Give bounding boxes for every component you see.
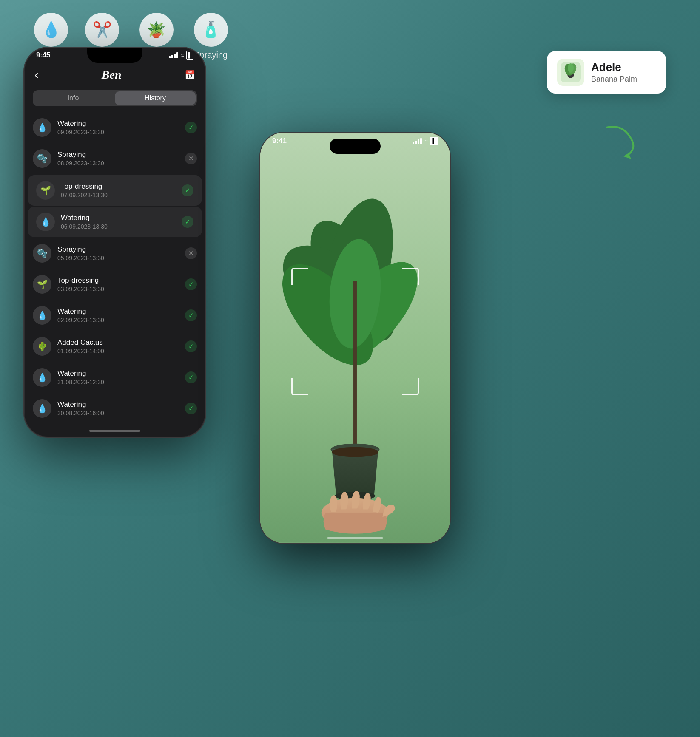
- tab-history[interactable]: History: [115, 91, 196, 105]
- wifi-icon-right: ≈: [424, 138, 427, 145]
- status-time-left: 9:45: [36, 51, 50, 60]
- tab-info[interactable]: Info: [33, 90, 114, 106]
- item-date-4: 06.09.2023-13:30: [61, 223, 176, 230]
- seedling-icon: 🌱: [40, 185, 51, 196]
- history-item-6[interactable]: 🌱 Top-dressing 03.09.2023-13:30 ✓: [24, 269, 205, 300]
- item-icon-topdressing-2: 🌱: [33, 275, 51, 294]
- item-text-2: Spraying 08.09.2023-13:30: [57, 150, 179, 167]
- watering-drop-icon: 💧: [37, 122, 48, 133]
- item-title-7: Watering: [57, 307, 179, 316]
- tab-bar: Info History: [33, 90, 197, 106]
- cactus-icon: 🌵: [37, 341, 48, 351]
- corner-br: [402, 378, 419, 395]
- camera-frame: [291, 268, 419, 395]
- item-icon-watering-4: 💧: [33, 368, 51, 387]
- history-item-7[interactable]: 💧 Watering 02.09.2023-13:30 ✓: [24, 300, 205, 331]
- back-button[interactable]: ‹: [34, 68, 38, 82]
- item-check-4: ✓: [182, 216, 193, 228]
- item-check-1: ✓: [185, 122, 197, 133]
- history-list: 💧 Watering 09.09.2023-13:30 ✓ 🫧 Spraying…: [24, 112, 205, 420]
- battery-icon: ▌: [186, 51, 193, 60]
- spraying-icon: 🧴: [201, 21, 220, 39]
- item-date-10: 30.08.2023-16:00: [57, 410, 179, 417]
- item-date-7: 02.09.2023-13:30: [57, 317, 179, 323]
- item-check-2: ✕: [185, 153, 197, 164]
- breeding-icon-circle: ✂️: [85, 13, 119, 47]
- item-text-4: Watering 06.09.2023-13:30: [61, 214, 176, 230]
- watering-icon-circle: 💧: [34, 13, 68, 47]
- item-title-9: Watering: [57, 369, 179, 378]
- history-item-5[interactable]: 🫧 Spraying 05.09.2023-13:30 ✕: [24, 238, 205, 269]
- item-text-6: Top-dressing 03.09.2023-13:30: [57, 276, 179, 292]
- item-check-9: ✓: [185, 371, 197, 383]
- history-item-4[interactable]: 💧 Watering 06.09.2023-13:30 ✓: [28, 207, 202, 237]
- item-title-4: Watering: [61, 214, 176, 222]
- item-title-6: Top-dressing: [57, 276, 179, 285]
- curved-arrow-icon: [598, 119, 640, 162]
- adele-name: Adele: [591, 61, 637, 74]
- item-check-6: ✓: [185, 278, 197, 290]
- home-indicator-right: [327, 537, 383, 539]
- adele-card: Adele Banana Palm: [547, 51, 666, 94]
- phone-right: 9:41 ≈ ▌: [259, 132, 451, 544]
- seedling-icon-2: 🌱: [37, 279, 48, 289]
- dynamic-island: [330, 139, 381, 154]
- item-icon-cactus: 🌵: [33, 337, 51, 356]
- home-indicator-left: [89, 430, 140, 432]
- corner-bl: [291, 378, 308, 395]
- adele-avatar: [557, 59, 584, 86]
- calendar-button[interactable]: 📅: [185, 70, 195, 80]
- item-title-5: Spraying: [57, 245, 179, 254]
- history-item-3[interactable]: 🌱 Top-dressing 07.09.2023-13:30 ✓: [28, 175, 202, 206]
- item-date-6: 03.09.2023-13:30: [57, 286, 179, 292]
- spray-icon-2: 🫧: [37, 248, 48, 258]
- item-title-3: Top-dressing: [61, 182, 176, 191]
- history-item-10[interactable]: 💧 Watering 30.08.2023-16:00 ✓: [24, 393, 205, 420]
- item-text-5: Spraying 05.09.2023-13:30: [57, 245, 179, 261]
- item-icon-watering-3: 💧: [33, 306, 51, 325]
- item-icon-spraying-2: 🫧: [33, 244, 51, 263]
- item-text-8: Added Cactus 01.09.2023-14:00: [57, 338, 179, 354]
- watering-icon: 💧: [42, 21, 61, 39]
- phone-left: 9:45 ≈ ▌ ‹ Ben 📅 Info: [23, 47, 206, 438]
- status-icons-left: ≈ ▌: [169, 51, 193, 60]
- nav-bar: ‹ Ben 📅: [24, 68, 205, 82]
- adele-plant-icon: [561, 62, 581, 82]
- adele-plant-type: Banana Palm: [591, 75, 637, 84]
- item-title-2: Spraying: [57, 150, 179, 159]
- item-icon-topdressing-1: 🌱: [36, 181, 55, 200]
- corner-tl: [291, 268, 308, 285]
- item-icon-watering-2: 💧: [36, 213, 55, 231]
- item-text-3: Top-dressing 07.09.2023-13:30: [61, 182, 176, 198]
- svg-point-10: [332, 447, 378, 457]
- signal-icon: [169, 52, 178, 58]
- item-text-1: Watering 09.09.2023-13:30: [57, 119, 179, 136]
- history-item-9[interactable]: 💧 Watering 31.08.2023-12:30 ✓: [24, 362, 205, 393]
- history-item-8[interactable]: 🌵 Added Cactus 01.09.2023-14:00 ✓: [24, 331, 205, 362]
- svg-point-16: [568, 63, 574, 73]
- item-date-5: 05.09.2023-13:30: [57, 255, 179, 261]
- status-icons-right: ≈ ▌: [413, 137, 438, 145]
- spray-icon: 🫧: [37, 153, 48, 164]
- spraying-icon-circle: 🧴: [194, 13, 228, 47]
- green-arrow: [598, 119, 640, 163]
- adele-info: Adele Banana Palm: [591, 61, 637, 84]
- item-title-8: Added Cactus: [57, 338, 179, 347]
- item-date-8: 01.09.2023-14:00: [57, 348, 179, 354]
- history-item-2[interactable]: 🫧 Spraying 08.09.2023-13:30 ✕: [24, 143, 205, 174]
- corner-tr: [402, 268, 419, 285]
- item-date-3: 07.09.2023-13:30: [61, 192, 176, 198]
- drop-icon-3: 💧: [37, 310, 48, 320]
- history-item-1[interactable]: 💧 Watering 09.09.2023-13:30 ✓: [24, 112, 205, 143]
- item-check-7: ✓: [185, 309, 197, 321]
- replanting-icon: 🪴: [147, 21, 166, 39]
- nav-title: Ben: [102, 68, 122, 82]
- item-icon-watering-5: 💧: [33, 399, 51, 418]
- item-text-9: Watering 31.08.2023-12:30: [57, 369, 179, 386]
- status-time-right: 9:41: [272, 137, 287, 145]
- item-icon-spraying-1: 🫧: [33, 149, 51, 168]
- item-title-1: Watering: [57, 119, 179, 128]
- replanting-icon-circle: 🪴: [139, 13, 174, 47]
- item-date-2: 08.09.2023-13:30: [57, 160, 179, 167]
- drop-icon-2: 💧: [40, 217, 51, 227]
